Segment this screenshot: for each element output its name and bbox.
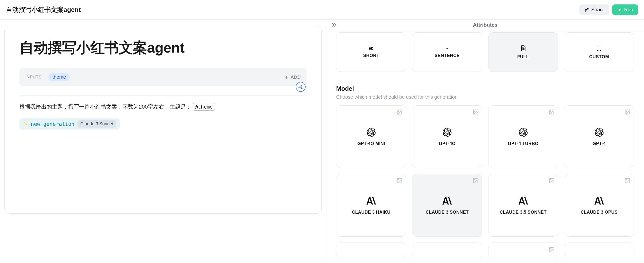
image-icon xyxy=(396,178,402,184)
model-label: GPT-4 xyxy=(592,141,606,146)
model-card-claude-3.5-sonnet[interactable]: CLAUDE 3.5 SONNET xyxy=(488,174,558,237)
anthropic-logo-icon xyxy=(442,196,452,206)
svg-point-15 xyxy=(550,179,551,180)
inputs-left: INPUTS theme xyxy=(26,73,70,81)
topbar: 自动撰写小红书文案agent Share Run xyxy=(0,0,644,20)
model-card-gpt-4o[interactable]: GPT-4O xyxy=(412,105,482,168)
length-option-short[interactable]: abSHORT xyxy=(336,32,406,72)
model-label: CLAUDE 3 HAIKU xyxy=(352,210,390,215)
extra-row xyxy=(336,242,634,257)
magic-button[interactable] xyxy=(296,82,306,92)
short-icon: ab xyxy=(368,46,374,51)
run-label: Run xyxy=(624,7,633,13)
generation-model-badge: Claude 3 Sonnet xyxy=(78,120,116,128)
option-label: SHORT xyxy=(363,53,379,58)
svg-point-9 xyxy=(626,111,627,112)
custom-icon xyxy=(596,45,602,52)
model-card-placeholder[interactable] xyxy=(412,242,482,257)
option-label: CUSTOM xyxy=(589,54,609,60)
length-option-sentence[interactable]: SENTENCE xyxy=(412,32,482,72)
svg-text:ab: ab xyxy=(369,46,374,50)
model-section-title: Model xyxy=(336,85,634,92)
image-icon xyxy=(624,178,630,184)
prompt-mention[interactable]: @theme xyxy=(193,103,215,111)
model-card-gpt-4[interactable]: GPT-4 xyxy=(564,105,634,168)
wand-icon xyxy=(298,84,303,89)
model-card-gpt-4o-mini[interactable]: GPT-4O MINI xyxy=(336,105,406,168)
prompt-text[interactable]: 根据我给出的主题，撰写一篇小红书文案，字数为200字左右，主题是： @theme xyxy=(20,102,306,111)
svg-point-13 xyxy=(474,179,475,180)
share-button[interactable]: Share xyxy=(580,5,609,15)
right-header: Attributes xyxy=(326,20,644,30)
model-card-placeholder[interactable] xyxy=(564,242,634,257)
right-body: abSHORTSENTENCEFULLCUSTOM Model Choose w… xyxy=(326,30,644,263)
openai-logo-icon xyxy=(518,127,528,137)
length-option-custom[interactable]: CUSTOM xyxy=(564,32,634,72)
option-label: SENTENCE xyxy=(434,53,460,58)
prompt-card: 自动撰写小红书文案agent INPUTS theme ADD xyxy=(4,26,322,214)
image-icon xyxy=(548,247,554,253)
plus-icon xyxy=(284,75,289,80)
input-chip-theme[interactable]: theme xyxy=(48,73,70,81)
model-label: CLAUDE 3 SONNET xyxy=(426,210,469,215)
image-icon xyxy=(624,109,630,115)
full-icon xyxy=(520,45,526,52)
model-label: CLAUDE 3.5 SONNET xyxy=(500,210,547,215)
model-card-gpt-4-turbo[interactable]: GPT-4 TURBO xyxy=(488,105,558,168)
svg-point-19 xyxy=(550,248,551,249)
model-card-claude-3-sonnet[interactable]: CLAUDE 3 SONNET xyxy=(412,174,482,237)
image-icon xyxy=(473,178,479,184)
length-option-full[interactable]: FULL xyxy=(488,32,558,72)
generation-name: new_generation xyxy=(31,121,74,127)
model-label: GPT-4O xyxy=(439,141,456,146)
model-label: CLAUDE 3 OPUS xyxy=(581,210,618,215)
image-icon xyxy=(473,109,479,115)
model-label: GPT-4 TURBO xyxy=(508,141,538,146)
play-icon xyxy=(617,8,622,12)
model-label: GPT-4O MINI xyxy=(357,141,385,146)
generation-pill[interactable]: ✨ new_generation Claude 3 Sonnet xyxy=(20,118,120,130)
image-icon xyxy=(548,109,554,115)
share-label: Share xyxy=(591,7,604,13)
add-label: ADD xyxy=(290,75,301,80)
attributes-title: Attributes xyxy=(473,22,497,28)
card-title: 自动撰写小红书文案agent xyxy=(20,38,306,58)
rocket-icon xyxy=(584,8,589,12)
model-card-claude-3-opus[interactable]: CLAUDE 3 OPUS xyxy=(564,174,634,237)
model-section-sub: Choose which model should be used for th… xyxy=(336,94,634,100)
model-card-claude-3-haiku[interactable]: CLAUDE 3 HAIKU xyxy=(336,174,406,237)
svg-point-7 xyxy=(550,111,551,112)
option-label: FULL xyxy=(517,54,529,60)
collapse-icon[interactable] xyxy=(331,22,337,28)
svg-point-3 xyxy=(398,111,399,112)
page-title: 自动撰写小红书文案agent xyxy=(6,6,80,14)
openai-logo-icon xyxy=(442,127,452,137)
main: 自动撰写小红书文案agent INPUTS theme ADD xyxy=(0,20,644,263)
svg-point-17 xyxy=(626,179,627,180)
openai-logo-icon xyxy=(366,127,376,137)
divider xyxy=(20,95,306,96)
image-icon xyxy=(548,178,554,184)
left-pane: 自动撰写小红书文案agent INPUTS theme ADD xyxy=(0,20,326,263)
add-input-button[interactable]: ADD xyxy=(284,75,301,80)
model-card-placeholder[interactable] xyxy=(488,242,558,257)
run-button[interactable]: Run xyxy=(612,5,638,15)
sparkle-icon: ✨ xyxy=(23,122,28,126)
openai-logo-icon xyxy=(594,127,604,137)
svg-point-11 xyxy=(398,179,399,180)
sentence-icon xyxy=(444,46,450,51)
length-options: abSHORTSENTENCEFULLCUSTOM xyxy=(336,32,634,72)
right-pane: Attributes abSHORTSENTENCEFULLCUSTOM Mod… xyxy=(326,20,644,263)
inputs-bar: INPUTS theme ADD xyxy=(20,68,306,86)
anthropic-logo-icon xyxy=(594,196,604,206)
svg-point-5 xyxy=(474,111,475,112)
inputs-label: INPUTS xyxy=(26,75,42,80)
anthropic-logo-icon xyxy=(518,196,528,206)
model-card-placeholder[interactable] xyxy=(336,242,406,257)
anthropic-logo-icon xyxy=(366,196,376,206)
image-icon xyxy=(396,109,402,115)
prompt-prefix: 根据我给出的主题，撰写一篇小红书文案，字数为200字左右，主题是： xyxy=(20,104,191,110)
topbar-actions: Share Run xyxy=(580,5,638,15)
svg-point-1 xyxy=(446,48,448,49)
model-grid: GPT-4O MINIGPT-4OGPT-4 TURBOGPT-4CLAUDE … xyxy=(336,105,634,237)
